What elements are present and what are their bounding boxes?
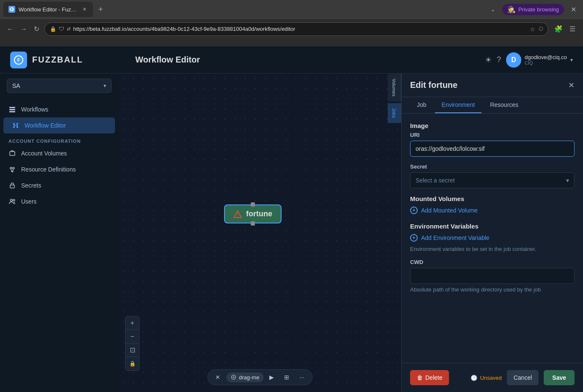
play-button[interactable]: ▶ [265,371,278,383]
new-tab-button[interactable]: + [95,3,107,15]
forward-button[interactable]: → [19,24,29,35]
lock-button[interactable]: 🔒 [126,357,139,370]
secret-section: Secret Select a secret ▾ [410,163,575,188]
address-actions: ☆ ⬡ [530,26,543,33]
svg-point-9 [13,167,14,169]
secrets-icon [8,182,16,189]
uri-input[interactable] [410,141,575,157]
add-env-var-label: Add Environment Variable [421,234,490,241]
sidebar-logo-area: F FUZZBALL [10,52,129,68]
plus-circle-icon: + [410,207,418,214]
add-env-var-button[interactable]: + Add Environment Variable [410,232,575,243]
tab-favicon: F [8,6,15,13]
sidebar-item-workflow-editor[interactable]: Workflow Editor [3,117,115,133]
shield-icon: 🛡 [59,26,64,32]
zoom-in-button[interactable]: + [126,316,139,330]
volumes-tab-label: Volumes [392,79,397,96]
cancel-button[interactable]: Cancel [507,370,539,385]
help-button[interactable]: ? [497,55,501,64]
panel-footer: 🗑 Delete 🕐 Unsaved Cancel Save [402,363,583,392]
drag-me-button[interactable]: drag-me [226,373,263,382]
org-name: SA [12,82,20,89]
canvas-controls: + − ⊡ 🔒 [125,316,140,371]
sidebar-item-label: Resource Definitions [21,166,76,173]
tab-close-button[interactable]: ✕ [81,6,88,13]
url-text: https://beta.fuzzball.io/accounts/4ba982… [73,26,527,32]
env-vars-desc: Environment variables to be set in the j… [410,246,575,252]
secret-select[interactable]: Select a secret ▾ [410,172,575,188]
back-button[interactable]: ← [5,24,15,35]
private-browsing-label: Private browsing [518,6,559,13]
tab-right-actions: ⌄ 🕵 Private browsing ✕ [487,4,580,15]
split-icon: ⇄ [67,26,71,32]
tab-environment[interactable]: Environment [435,97,482,113]
zoom-out-button[interactable]: − [126,330,139,343]
svg-text:!: ! [237,212,238,217]
theme-toggle-button[interactable]: ☀ [485,55,492,65]
sidebar-item-users[interactable]: Users [0,193,118,210]
reload-button[interactable]: ↻ [32,23,41,35]
workflows-icon [8,106,16,113]
user-dropdown-button[interactable]: ▾ [570,57,573,63]
avatar: D [506,52,521,68]
workflow-editor-icon [12,122,19,129]
panel-title: Edit fortune [410,80,457,90]
close-browser-button[interactable]: ✕ [567,4,580,15]
extensions-button[interactable]: 🧩 [552,23,565,35]
svg-rect-6 [9,111,15,112]
node-handle-top [251,202,255,207]
main-canvas[interactable]: Volumes Jobs ! fortune [118,74,401,392]
container-button[interactable]: ⬡ [539,26,543,33]
tab-list-button[interactable]: ⌄ [487,4,499,14]
drag-me-label: drag-me [239,374,259,381]
fit-button[interactable]: ⊡ [126,343,139,357]
add-volume-label: Add Mounted Volume [421,207,478,214]
add-mounted-volume-button[interactable]: + Add Mounted Volume [410,205,575,216]
close-toolbar-button[interactable]: ✕ [211,371,224,383]
sidebar-item-workflows[interactable]: Workflows [0,101,118,117]
address-bar[interactable]: 🔒 🛡 ⇄ https://beta.fuzzball.io/accounts/… [44,22,548,36]
panel-close-button[interactable]: ✕ [568,81,575,90]
lock-icon: 🔒 [50,26,56,32]
sidebar-item-resource-definitions[interactable]: Resource Definitions [0,161,118,177]
menu-button[interactable]: ☰ [567,23,578,35]
cwd-desc: Absolute path of the working directory u… [410,286,575,293]
bookmark-button[interactable]: ☆ [530,26,535,33]
workflow-node-fortune[interactable]: ! fortune [224,204,282,223]
sidebar-item-secrets[interactable]: Secrets [0,177,118,193]
canvas-area[interactable]: Volumes Jobs ! fortune [118,74,401,392]
app-header: F FUZZBALL Workflow Editor ☀ ? D dgodlov… [0,46,583,74]
jobs-tab-label: Jobs [392,108,397,118]
private-icon: 🕵 [507,5,516,14]
tab-resources[interactable]: Resources [483,97,525,113]
sidebar-nav: Workflows Workflow Editor ACCOUNT CONFIG… [0,98,118,213]
users-icon [8,198,16,205]
org-selector[interactable]: SA ▾ [7,79,112,93]
sidebar-item-account-volumes[interactable]: Account Volumes [0,145,118,161]
image-section: Image URI [410,122,575,157]
sidebar-item-label: Account Volumes [21,150,67,157]
svg-text:F: F [17,58,20,63]
active-tab[interactable]: F Workflow Editor - Fuzzba... ✕ [3,2,93,17]
bottom-toolbar: ✕ drag-me ▶ ⊞ ··· [207,369,312,385]
delete-button[interactable]: 🗑 Delete [410,370,449,385]
account-config-section: ACCOUNT CONFIGURATION [0,133,118,145]
more-button[interactable]: ··· [295,371,309,383]
tab-job[interactable]: Job [410,97,433,113]
trash-icon: 🗑 [417,374,423,381]
node-card[interactable]: ! fortune [224,204,282,223]
save-button[interactable]: Save [544,370,575,385]
user-email: dgodlove@ciq.co [525,54,567,60]
volumes-side-tab[interactable]: Volumes [388,74,401,101]
browser-chrome: F Workflow Editor - Fuzzba... ✕ + ⌄ 🕵 Pr… [0,0,583,46]
grid-button[interactable]: ⊞ [280,371,293,383]
address-bar-row: ← → ↻ 🔒 🛡 ⇄ https://beta.fuzzball.io/acc… [0,19,583,39]
jobs-side-tab[interactable]: Jobs [388,103,401,123]
right-panel: Edit fortune ✕ Job Environment Resources… [401,74,583,392]
cwd-input[interactable] [410,268,575,284]
tab-bar: F Workflow Editor - Fuzzba... ✕ + ⌄ 🕵 Pr… [0,0,583,19]
unsaved-badge: 🕐 Unsaved [471,375,501,381]
node-warning-icon: ! [233,210,242,218]
side-tabs: Volumes Jobs [388,74,401,123]
env-vars-label: Environment Variables [410,223,575,230]
